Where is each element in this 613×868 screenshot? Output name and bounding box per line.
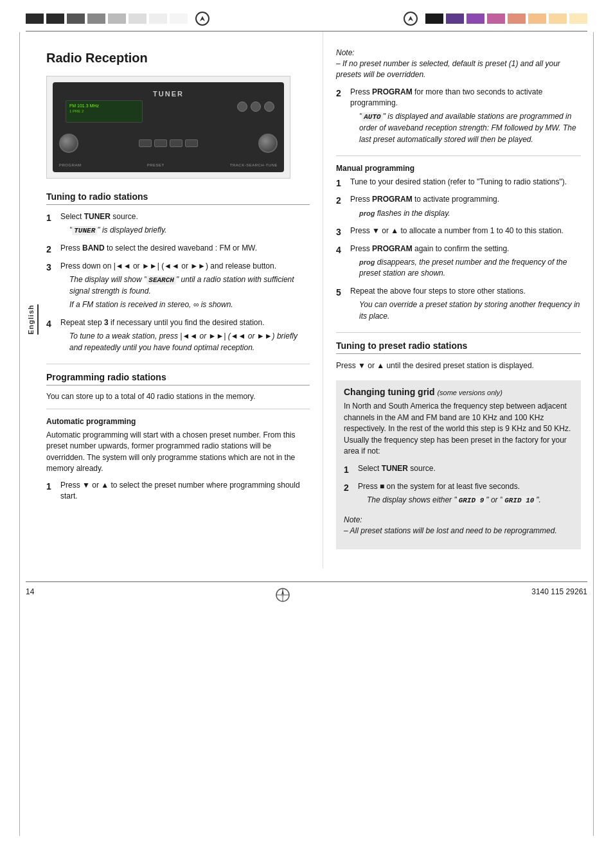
tuning-step-2: 2 Press BAND to select the desired waveb…: [46, 243, 310, 256]
rbar-seg-5: [508, 13, 526, 24]
bar-seg-7: [149, 13, 167, 24]
divider-4: [336, 332, 581, 333]
tuner-display: FM 101.3 MHz 1 PRE 2: [66, 100, 143, 123]
tuning-step-1: 1 Select TUNER source. "TUNER" is displa…: [46, 211, 310, 239]
tuner-knob-right: [258, 134, 278, 153]
note-grid: Note: – All preset stations will be lost…: [344, 515, 573, 536]
programming-radio-heading: Programming radio stations: [46, 372, 310, 385]
changing-grid-body: In North and South America the frequency…: [344, 401, 573, 457]
changing-grid-heading: Changing tuning grid (some versions only…: [344, 387, 573, 397]
tuner-device: TUNER FM 101.3 MHz 1 PRE 2: [53, 82, 284, 172]
rbar-seg-6: [528, 13, 546, 24]
device-image: TUNER FM 101.3 MHz 1 PRE 2: [46, 76, 290, 179]
rbar-seg-8: [569, 13, 587, 24]
main-content: English Radio Reception TUNER FM 101.3 M…: [0, 31, 613, 569]
tuner-center-btns: [139, 139, 198, 147]
manual-step-2: 2 Press PROGRAM to activate programming.…: [336, 194, 581, 222]
bar-seg-6: [129, 13, 147, 24]
tuning-preset-heading: Tuning to preset radio stations: [336, 341, 581, 354]
tuning-radio-heading: Tuning to radio stations: [46, 191, 310, 205]
bar-seg-1: [26, 13, 44, 24]
left-bar-group: [26, 12, 215, 26]
divider-2: [46, 409, 310, 409]
auto-programming-heading: Automatic programming: [46, 417, 310, 426]
tuning-preset-desc: Press ▼ or ▲ until the desired preset st…: [336, 360, 581, 371]
right-bar-group: [398, 12, 587, 26]
sidebar-language-label: English: [27, 305, 39, 335]
document-number: 3140 115 29261: [531, 587, 587, 603]
rbar-seg-3: [466, 13, 484, 24]
divider-1: [46, 364, 310, 364]
manual-step-5: 5 Repeat the above four steps to store o…: [336, 286, 581, 324]
tuner-rect-btn-4: [185, 139, 198, 147]
sidebar: English: [26, 31, 40, 569]
rbar-seg-4: [487, 13, 505, 24]
compass-icon-left: [195, 12, 209, 26]
auto-step-2: 2 Press PROGRAM for more than two second…: [336, 87, 581, 148]
manual-step-3: 3 Press ▼ or ▲ to allocate a number from…: [336, 226, 581, 239]
programming-intro: You can store up to a total of 40 radio …: [46, 392, 310, 401]
manual-programming-list: 1 Tune to your desired station (refer to…: [336, 177, 581, 324]
tuner-rect-btn-2: [154, 139, 167, 147]
tuning-step-3: 3 Press down on |◄◄ or ►►| (◄◄ or ►►) an…: [46, 261, 310, 314]
auto-programming-intro: Automatic programming will start with a …: [46, 430, 310, 475]
tuning-step-4: 4 Repeat step 3 if necessary until you f…: [46, 317, 310, 356]
tuning-radio-list: 1 Select TUNER source. "TUNER" is displa…: [46, 211, 310, 356]
label-preset: PRESET: [147, 163, 164, 167]
bottom-border-line: [26, 581, 587, 582]
tuner-device-label: TUNER: [153, 90, 184, 98]
bottom-info: 14 3140 115 29261: [0, 587, 613, 616]
compass-bottom-icon: [275, 587, 290, 603]
rbar-seg-7: [549, 13, 567, 24]
page-title: Radio Reception: [46, 51, 310, 66]
changing-grid-box: Changing tuning grid (some versions only…: [336, 380, 581, 549]
top-bars: [0, 0, 613, 26]
label-program: PROGRAM: [59, 163, 82, 167]
tuner-bottom-controls: [59, 134, 278, 153]
changing-grid-list: 1 Select TUNER source. 2 Press ■ on the …: [344, 463, 573, 509]
compass-inner-right: [408, 16, 413, 21]
compass-inner: [200, 16, 205, 21]
left-column: Radio Reception TUNER FM 101.3 MHz 1 PRE…: [40, 31, 323, 569]
rbar-seg-2: [446, 13, 464, 24]
note-grid-text: – All preset stations will be lost and n…: [344, 526, 573, 536]
bar-seg-5: [108, 13, 126, 24]
tuner-rect-btn-1: [139, 139, 152, 147]
rbar-seg-1: [425, 13, 443, 24]
tuner-label-row: PROGRAM PRESET TRACK-SEARCH-TUNE: [59, 163, 278, 167]
auto-step2-list: 2 Press PROGRAM for more than two second…: [336, 87, 581, 148]
compass-icon-right: [404, 12, 418, 26]
two-col-layout: Radio Reception TUNER FM 101.3 MHz 1 PRE…: [40, 31, 587, 569]
bar-seg-2: [46, 13, 64, 24]
grid-step-2: 2 Press ■ on the system for at least fiv…: [344, 481, 573, 509]
tuner-knob-left: [59, 134, 78, 153]
note-auto-text: – If no preset number is selected, defau…: [336, 58, 581, 80]
tuner-buttons: [237, 102, 274, 112]
page-number: 14: [26, 587, 34, 603]
manual-programming-heading: Manual programming: [336, 164, 581, 173]
grid-step-1: 1 Select TUNER source.: [344, 463, 573, 477]
right-page-border: [593, 32, 594, 836]
tuner-btn-3: [264, 102, 274, 112]
tuner-rect-btn-3: [170, 139, 182, 147]
manual-step-1: 1 Tune to your desired station (refer to…: [336, 177, 581, 190]
auto-programming-list: 1 Press ▼ or ▲ to select the preset numb…: [46, 480, 310, 505]
right-column: Note: – If no preset number is selected,…: [323, 31, 587, 569]
tuner-btn-2: [251, 102, 261, 112]
left-page-border: [19, 32, 20, 836]
bar-seg-4: [87, 13, 105, 24]
label-track: TRACK-SEARCH-TUNE: [230, 163, 278, 167]
tuner-btn-1: [237, 102, 247, 112]
bar-seg-8: [170, 13, 188, 24]
compass-center-icon: [275, 587, 290, 603]
divider-3: [336, 155, 581, 156]
manual-step-4: 4 Press PROGRAM again to confirm the set…: [336, 244, 581, 282]
tuner-display-inner: FM 101.3 MHz 1 PRE 2: [66, 101, 142, 116]
note-grid-label: Note:: [344, 515, 573, 524]
note-auto: Note: – If no preset number is selected,…: [336, 48, 581, 80]
bar-seg-3: [67, 13, 85, 24]
note-label: Note:: [336, 48, 581, 57]
auto-step-1: 1 Press ▼ or ▲ to select the preset numb…: [46, 480, 310, 505]
